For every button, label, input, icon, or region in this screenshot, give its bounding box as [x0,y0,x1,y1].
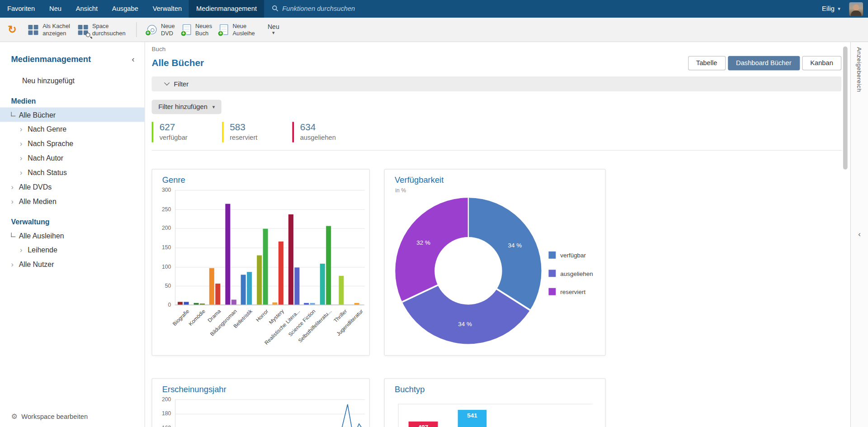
erscheinungsjahr-plot [175,399,364,427]
chevron-right-icon: › [20,168,28,176]
als-kachel-anzeigen-button[interactable]: Als Kachelanzeigen [24,20,74,39]
neues-buch-button[interactable]: + NeuesBuch [179,20,216,39]
view-tabelle-button[interactable]: Tabelle [688,56,725,71]
add-filter-button[interactable]: Filter hinzufügen ▾ [152,100,222,114]
user-menu[interactable]: Eilig ▾ [822,5,840,13]
bar [294,267,299,304]
y-axis-line [398,404,398,427]
view-dashboard-buecher-button[interactable]: Dashboard Bücher [728,56,800,71]
sidebar-section-verwaltung: Verwaltung [0,215,145,228]
bar [263,228,268,304]
sidebar-item-label: Nach Status [28,168,67,176]
bar [184,302,189,305]
chevron-right-icon: › [20,139,28,147]
workspace-bearbeiten-button[interactable]: ⚙ Workspace bearbeiten [11,412,88,420]
breadcrumb[interactable]: Buch [152,45,842,52]
sidebar-item-alle-medien[interactable]: › Alle Medien [0,194,145,209]
plus-badge-icon: + [217,30,223,36]
search-icon [272,4,278,14]
space-durchsuchen-button[interactable]: Spacedurchsuchen [74,20,130,39]
chevron-right-icon: › [11,182,19,190]
menu-ansicht[interactable]: Ansicht [69,0,105,18]
tab-medienmanagement[interactable]: Medienmanagement [189,0,264,18]
plus-badge-icon: + [145,30,151,36]
tool-label: NeuesBuch [195,23,212,37]
bar-group [207,190,223,304]
bar [209,268,214,305]
card-verfuegbarkeit: Verfügbarkeit in % 34 %34 %32 % verfügba… [384,169,606,356]
sidebar-item-neu-hinzugefuegt[interactable]: Neu hinzugefügt [0,73,145,88]
toolbar: ↻ Als Kachelanzeigen Spacedurchsuchen + … [0,18,868,42]
sidebar: Medienmanagement ‹ Neu hinzugefügt Medie… [0,42,145,427]
menu-favoriten[interactable]: Favoriten [0,0,42,18]
y-tick-label: 300 [153,187,171,193]
y-tick-label: 160 [153,425,171,427]
y-tick-label: 150 [153,244,171,250]
display-area-label: Anzeigebereich [856,47,863,92]
sidebar-title: Medienmanagement [11,54,91,64]
page-title: Alle Bücher [152,57,204,68]
legend-item: reserviert [548,288,593,295]
sidebar-item-alle-nutzer[interactable]: › Alle Nutzer [0,257,145,271]
menu-verwalten[interactable]: Verwalten [146,0,189,18]
buchtyp-plot: 497541 [385,379,605,427]
function-search[interactable]: Funktionen durchsuchen [264,0,363,18]
sidebar-item-alle-ausleihen[interactable]: Alle Ausleihen [0,228,145,242]
gridline [398,404,593,404]
bar-group [223,190,239,304]
sidebar-item-alle-dvds[interactable]: › Alle DVDs [0,180,145,194]
sidebar-item-leihende[interactable]: › Leihende [0,242,145,257]
user-menu-label: Eilig [822,5,835,13]
menu-ausgabe[interactable]: Ausgabe [105,0,146,18]
sidebar-item-nach-sprache[interactable]: › Nach Sprache [0,136,145,151]
chevron-right-icon: › [20,154,28,162]
bar-group [349,190,365,304]
vertical-scrollbar-thumb[interactable] [843,47,848,170]
neue-dvd-button[interactable]: + NeueDVD [143,20,179,39]
donut-hole [434,237,502,304]
legend-swatch [548,270,556,277]
sidebar-item-label: Leihende [28,246,57,254]
bar [288,214,293,304]
sidebar-item-alle-buecher[interactable]: Alle Bücher [0,108,145,122]
bar [278,242,283,304]
sidebar-item-nach-autor[interactable]: › Nach Autor [0,151,145,165]
sidebar-collapse-chevron[interactable]: ‹ [132,54,134,64]
sidebar-item-label: Alle Nutzer [19,260,54,268]
chart-subtitle: in % [395,187,406,193]
chevron-right-icon: › [20,246,28,254]
chart-title: Genre [162,175,185,185]
search-space-icon [78,24,88,34]
sidebar-item-nach-status[interactable]: › Nach Status [0,165,145,180]
bar [225,204,230,304]
neu-dropdown-button[interactable]: Neu ▾ [268,24,279,36]
view-kanban-button[interactable]: Kanban [802,56,841,71]
bar [326,226,331,304]
new-dvd-icon: + [147,25,156,34]
bar-group [191,190,207,304]
refresh-icon: ↻ [8,24,16,36]
y-tick-label: 100 [153,263,171,269]
expanded-node-icon [11,112,15,116]
menu-neu[interactable]: Neu [42,0,69,18]
tool-label: Spacedurchsuchen [92,23,126,37]
expand-panel-chevron[interactable]: ‹ [858,229,861,238]
sidebar-item-label: Alle Bücher [19,110,56,119]
chevron-right-icon: › [11,197,19,205]
neue-ausleihe-button[interactable]: + NeueAusleihe [216,20,259,39]
chevron-right-icon: › [11,260,19,268]
chevron-right-icon: › [20,125,28,133]
neu-label: Neu [268,24,279,30]
sidebar-item-label: Nach Sprache [28,139,73,147]
user-avatar[interactable] [849,2,863,16]
bar [257,256,262,305]
filter-collapse-bar[interactable]: Filter [152,76,842,91]
stat-label: verfügbar [160,133,222,142]
refresh-button[interactable]: ↻ [8,23,16,36]
sidebar-item-nach-genre[interactable]: › Nach Genre [0,122,145,136]
plus-badge-icon: + [180,30,186,36]
chart-title: Erscheinungsjahr [162,384,226,394]
bar-group [239,190,255,304]
stat-value: 583 [230,122,292,133]
y-tick-label: 50 [153,283,171,289]
